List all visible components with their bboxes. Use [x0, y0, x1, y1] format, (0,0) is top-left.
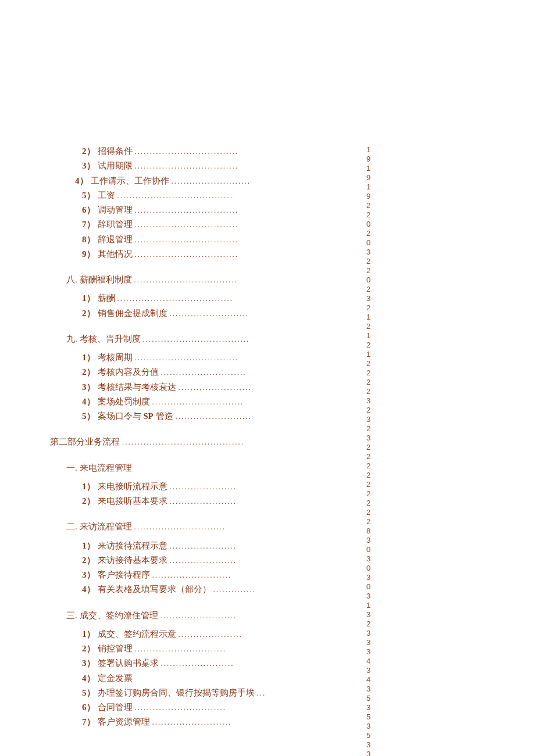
toc-section-header: 二. 来访流程管理.............................. [50, 521, 352, 532]
toc-item: 3）客户接待程序.......................... [50, 569, 352, 581]
toc-item: 8）辞退管理.................................. [50, 234, 352, 245]
toc-item-label: 其他情况 [98, 248, 133, 260]
toc-item: 2）销控管理.............................. [50, 643, 352, 654]
toc-item: 5）办理签订购房合同、银行按揭等购房手埃... [50, 687, 352, 698]
toc-item-number: 3） [82, 569, 95, 581]
toc-item-number: 5） [82, 687, 95, 698]
toc-item-label: 客户接待程序 [98, 569, 150, 581]
toc-item: 5）工资....................................… [50, 189, 352, 201]
toc-leader-dots: ......................... [176, 411, 252, 422]
toc-item: 7）客户资源管理.......................... [50, 716, 352, 728]
toc-item-number: 1） [82, 292, 95, 304]
toc-item: 4）案场处罚制度.............................. [50, 396, 352, 407]
toc-item: 2）招得条件.................................. [50, 145, 352, 157]
toc-header-label: 一. 来电流程管理 [66, 462, 132, 474]
toc-item-number: 2） [82, 145, 95, 157]
toc-item-number: 2） [82, 307, 95, 319]
toc-leader-dots: ........................................ [122, 437, 244, 447]
toc-item: 4）工作请示、工作协作.......................... [43, 175, 352, 187]
toc-header-label: 八. 薪酬福利制度 [66, 274, 132, 285]
toc-leader-dots: .......................... [152, 717, 232, 728]
toc-leader-dots: .................................. [135, 235, 239, 245]
toc-leader-dots: ...................................... [117, 191, 234, 201]
toc-item-number: 4） [75, 175, 88, 187]
toc-item: 1）薪酬....................................… [50, 292, 352, 304]
toc-section-header: 一. 来电流程管理 [50, 462, 352, 474]
toc-item-number: 3） [82, 381, 95, 393]
toc-item-label: 工资 [98, 189, 115, 201]
toc-section-header: 九. 考核、晋升制度..............................… [50, 333, 352, 345]
toc-leader-dots: .................................. [135, 220, 239, 230]
toc-item-number: 4） [82, 396, 95, 407]
toc-item-label: 工作请示、工作协作 [91, 175, 169, 187]
toc-leader-dots: .............................. [135, 644, 227, 654]
toc-item: 2）来电接听基本要求...................... [50, 495, 352, 507]
toc-leader-dots: ..................... [179, 629, 242, 640]
toc-item-label: 调动管理 [98, 204, 133, 216]
toc-item: 6）合同管理.............................. [50, 701, 352, 713]
toc-item-label: 辞退管理 [98, 234, 133, 245]
toc-item-label: 薪酬 [98, 292, 115, 304]
toc-item-number: 3） [82, 657, 95, 669]
toc-item-number: 4） [82, 672, 95, 684]
toc-leader-dots: ...................... [170, 482, 237, 492]
toc-item-number: 5） [82, 189, 95, 201]
toc-item-label: 辞职管理 [98, 218, 133, 230]
toc-item: 2）考核内容及分值............................ [50, 366, 352, 378]
toc-item-label: 办理签订购房合同、银行按揭等购房手埃 [98, 687, 255, 698]
toc-leader-dots: ......................... [160, 611, 237, 621]
toc-leader-dots: .......................... [172, 176, 251, 187]
toc-item-label: 销控管理 [98, 643, 133, 654]
toc-section-header: 八. 薪酬福利制度...............................… [50, 274, 352, 285]
toc-leader-dots: .............................. [135, 703, 227, 713]
toc-leader-dots: ................................... [143, 334, 250, 345]
toc-item: 3）签署认购书桌求........................ [50, 657, 352, 669]
toc-header-label: 三. 成交、签约潦住管理 [66, 610, 158, 621]
toc-item-label: 考核周期 [98, 352, 133, 363]
toc-item: 3）考核结果与考核衰达........................ [50, 381, 352, 393]
toc-item-label: 销售佣金提成制度 [98, 307, 167, 319]
toc-item-number: 7） [82, 716, 95, 728]
toc-item-number: 4） [82, 583, 95, 595]
toc-item-number: 3） [82, 160, 95, 171]
toc-leader-dots: .................................. [135, 249, 239, 260]
toc-leader-dots: .................................. [135, 161, 239, 171]
toc-item-label: 定金发票 [98, 672, 133, 684]
toc-item: 1）来电接听流程示意...................... [50, 481, 352, 492]
toc-item-label: 案场口令与 SP 管造 [98, 410, 173, 422]
toc-header-label: 九. 考核、晋升制度 [66, 333, 141, 345]
toc-leader-dots: ...................... [170, 496, 237, 507]
toc-item-label: 客户资源管理 [98, 716, 150, 728]
toc-item-label: 来访接待流程示意 [98, 540, 167, 551]
toc-item-label: 试用期限 [98, 160, 133, 171]
toc-item-label: 案场处罚制度 [98, 396, 150, 407]
toc-leader-dots: ...................... [170, 541, 237, 551]
page-number-strip: 1919192202032202321212122223232322222222… [365, 145, 372, 756]
toc-section-header: 三. 成交、签约潦住管理......................... [50, 610, 352, 621]
toc-item-number: 8） [82, 234, 95, 245]
toc-leader-dots: ........................ [179, 382, 252, 393]
toc-item-number: 7） [82, 218, 95, 230]
toc-item-label: 来电接听流程示意 [98, 481, 167, 492]
toc-item: 9）其他情况.................................. [50, 248, 352, 260]
toc-item-number: 1） [82, 352, 95, 363]
toc-leader-dots: .............................. [134, 522, 226, 532]
toc-leader-dots: .............. [213, 585, 256, 595]
toc-leader-dots: ........................ [161, 658, 234, 669]
toc-item-label: 合同管理 [98, 701, 133, 713]
toc-item-number: 9） [82, 248, 95, 260]
toc-item-label: 考核结果与考核衰达 [98, 381, 176, 393]
toc-leader-dots: .................................. [134, 275, 238, 285]
toc-leader-dots: .................................. [135, 205, 239, 216]
toc-item-label: 有关表格及填写要求（部分） [98, 583, 211, 595]
toc-item-number: 2） [82, 495, 95, 507]
toc-item: 3）试用期限.................................. [50, 160, 352, 171]
toc-item-number: 1） [82, 540, 95, 551]
toc-item-label: 来访接待基本要求 [98, 554, 167, 566]
toc-item-number: 6） [82, 701, 95, 713]
toc-leader-dots: ............................ [161, 367, 247, 378]
toc-leader-dots: .......................... [170, 309, 249, 319]
toc-leader-dots: .................................. [135, 146, 239, 157]
toc-item-number: 5） [82, 410, 95, 422]
toc-section-header: 第二部分业务流程................................… [50, 436, 352, 447]
